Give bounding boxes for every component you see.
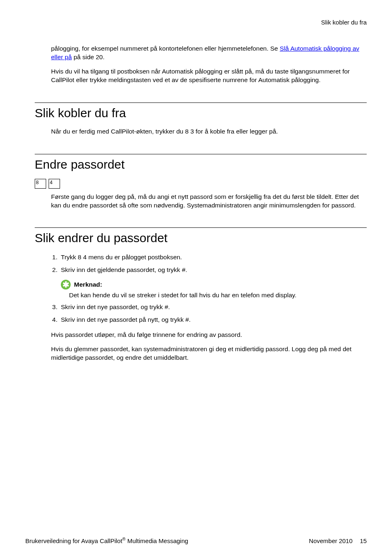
after-steps-p1: Hvis passordet utløper, må du følge trin… (51, 331, 367, 339)
page-number: 15 (360, 537, 367, 544)
step-2-text: Skriv inn det gjeldende passordet, og tr… (61, 266, 187, 273)
step-4: Skriv inn det nye passordet på nytt, og … (59, 315, 367, 325)
change-password-paragraph: Første gang du logger deg på, må du angi… (51, 193, 367, 210)
after-steps-p2: Hvis du glemmer passordet, kan systemadm… (51, 345, 367, 362)
step-3: Skriv inn det nye passordet, og trykk #. (59, 302, 367, 312)
step-2: Skriv inn det gjeldende passordet, og tr… (59, 265, 367, 300)
heading-how-to-change-password: Slik endrer du passordet (35, 231, 367, 245)
section-divider (35, 227, 367, 228)
note-label: Merknad: (74, 281, 102, 288)
heading-change-password: Endre passordet (35, 158, 367, 171)
step-1: Trykk 8 4 mens du er pålogget postboksen… (59, 252, 367, 263)
intro-p1-pre: pålogging, for eksempel nummeret på kont… (51, 45, 280, 52)
footer-title-pre: Brukerveiledning for Avaya CallPilot (25, 537, 122, 544)
keypad-key-4: 4 (49, 179, 60, 189)
keypad-key-8: 8 (35, 179, 46, 189)
keypad-hint: 8 4 (35, 179, 367, 189)
intro-paragraph-2: Hvis du vil ha tilgang til postboksen nå… (51, 67, 367, 85)
note-block: ✱ Merknad: Det kan hende du vil se strek… (61, 279, 367, 300)
page-footer: Brukerveiledning for Avaya CallPilot® Mu… (25, 537, 367, 544)
intro-paragraph-1: pålogging, for eksempel nummeret på kont… (51, 45, 367, 62)
section-divider (35, 102, 367, 103)
footer-title-post: Multimedia Messaging (125, 537, 188, 544)
section-divider (35, 154, 367, 154)
steps-list: Trykk 8 4 mens du er pålogget postboksen… (59, 252, 367, 325)
page-header-section: Slik kobler du fra (35, 19, 367, 26)
heading-disconnect: Slik kobler du fra (35, 106, 367, 120)
intro-p1-post: på side 20. (72, 53, 105, 60)
note-text: Det kan hende du vil se streker i stedet… (69, 291, 367, 300)
disconnect-paragraph: Når du er ferdig med CallPilot-økten, tr… (51, 127, 367, 136)
note-icon: ✱ (61, 280, 71, 290)
footer-date: November 2010 (309, 537, 353, 544)
footer-right: November 2010 15 (309, 537, 367, 544)
footer-left: Brukerveiledning for Avaya CallPilot® Mu… (25, 537, 188, 544)
